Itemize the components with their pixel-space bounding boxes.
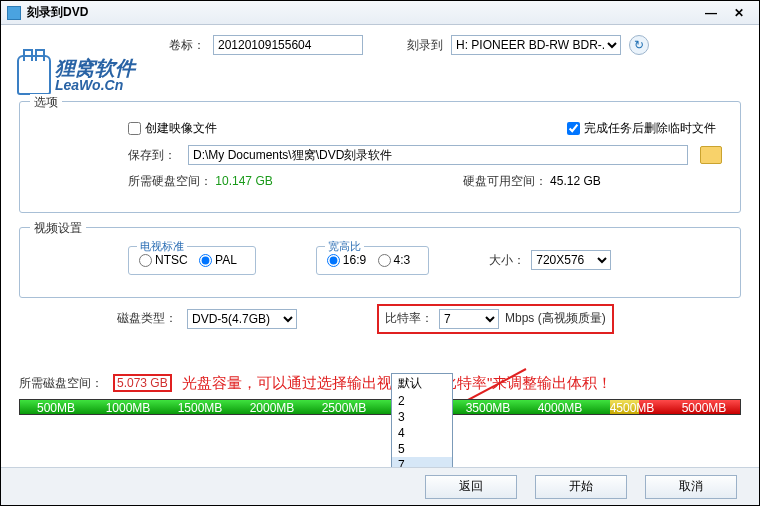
minimize-button[interactable]: — [697,6,725,20]
bitrate-unit: Mbps (高视频质量) [505,310,606,327]
title-bar: 刻录到DVD — ✕ [1,1,759,25]
bitrate-option[interactable]: 7 [392,457,452,467]
create-image-checkbox[interactable]: 创建映像文件 [128,120,217,137]
tick: 5000MB [668,401,740,415]
disc-type-select[interactable]: DVD-5(4.7GB) [187,309,297,329]
delete-temp-label: 完成任务后删除临时文件 [584,120,716,137]
need-disc-label: 所需磁盘空间： [19,375,103,392]
logo-latin: LeaWo.Cn [55,78,135,92]
bitrate-option[interactable]: 4 [392,425,452,441]
tick: 4500MB [596,401,668,415]
window-title: 刻录到DVD [27,4,697,21]
video-legend: 视频设置 [30,220,86,237]
disc-row: 磁盘类型： DVD-5(4.7GB) 比特率： 7 Mbps (高视频质量) [19,304,741,334]
logo: 狸窝软件 LeaWo.Cn [17,55,135,95]
burn-to-select[interactable]: H: PIONEER BD-RW BDR-... [451,35,621,55]
content-area: 狸窝软件 LeaWo.Cn 卷标： 刻录到 H: PIONEER BD-RW B… [1,25,759,467]
footer: 返回 开始 取消 [1,467,759,505]
bitrate-option[interactable]: 2 [392,393,452,409]
tick: 1500MB [164,401,236,415]
need-space-value: 10.147 GB [215,174,272,188]
bitrate-select[interactable]: 7 [439,309,499,329]
need-disc-value: 5.073 GB [117,376,168,390]
options-legend: 选项 [30,94,62,111]
app-icon [7,6,21,20]
bitrate-dropdown[interactable]: 默认 2 3 4 5 7 9 [391,373,453,467]
pal-radio[interactable]: PAL [199,253,237,267]
create-image-input[interactable] [128,122,141,135]
create-image-label: 创建映像文件 [145,120,217,137]
volume-label-input[interactable] [213,35,363,55]
video-group: 视频设置 电视标准 NTSC PAL 宽高比 16:9 4:3 大小： 720X… [19,227,741,298]
ntsc-radio[interactable]: NTSC [139,253,188,267]
tv-standard-label: 电视标准 [137,239,187,254]
cancel-button[interactable]: 取消 [645,475,737,499]
delete-temp-input[interactable] [567,122,580,135]
bitrate-label: 比特率： [385,310,433,327]
options-group: 选项 创建映像文件 完成任务后删除临时文件 保存到： 所需硬盘空间： 10.14… [19,101,741,213]
delete-temp-checkbox[interactable]: 完成任务后删除临时文件 [567,120,716,137]
disc-type-label: 磁盘类型： [117,310,177,327]
bitrate-option[interactable]: 3 [392,409,452,425]
logo-chinese: 狸窝软件 [55,58,135,78]
tv-standard-group: 电视标准 NTSC PAL [128,246,256,275]
tick: 2500MB [308,401,380,415]
save-to-label: 保存到： [128,147,176,164]
aspect-169-radio[interactable]: 16:9 [327,253,366,267]
aspect-label: 宽高比 [325,239,364,254]
close-button[interactable]: ✕ [725,6,753,20]
back-button[interactable]: 返回 [425,475,517,499]
free-space-label: 硬盘可用空间： [463,174,547,188]
tick: 4000MB [524,401,596,415]
tick: 3500MB [452,401,524,415]
size-label: 大小： [489,252,525,269]
free-space-value: 45.12 GB [550,174,601,188]
bitrate-option[interactable]: 默认 [392,374,452,393]
capacity-bar-container: 500MB 1000MB 1500MB 2000MB 2500MB 3000MB… [19,399,741,415]
burn-to-label: 刻录到 [407,37,443,54]
browse-folder-icon[interactable] [700,146,722,164]
capacity-bar: 500MB 1000MB 1500MB 2000MB 2500MB 3000MB… [19,399,741,415]
bitrate-option[interactable]: 5 [392,441,452,457]
disc-need-row: 所需磁盘空间： 5.073 GB 光盘容量，可以通过选择输出视频质量"比特率"来… [19,374,741,393]
tick: 1000MB [92,401,164,415]
aspect-group: 宽高比 16:9 4:3 [316,246,429,275]
top-row: 卷标： 刻录到 H: PIONEER BD-RW BDR-... ↻ [1,25,759,57]
need-disc-value-box: 5.073 GB [113,374,172,392]
save-to-input[interactable] [188,145,688,165]
tick: 500MB [20,401,92,415]
bitrate-highlight: 比特率： 7 Mbps (高视频质量) [377,304,614,334]
size-select[interactable]: 720X576 [531,250,611,270]
volume-label-label: 卷标： [169,37,205,54]
logo-cat-icon [17,55,51,95]
need-space-label: 所需硬盘空间： [128,174,212,188]
aspect-43-radio[interactable]: 4:3 [378,253,411,267]
refresh-icon[interactable]: ↻ [629,35,649,55]
start-button[interactable]: 开始 [535,475,627,499]
tick: 2000MB [236,401,308,415]
